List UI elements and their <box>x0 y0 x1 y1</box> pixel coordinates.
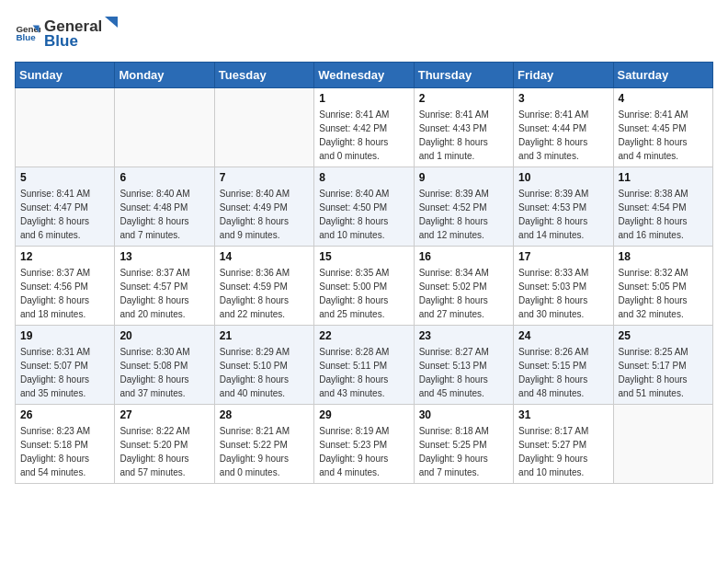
weekday-header-sunday: Sunday <box>16 63 115 88</box>
day-number: 2 <box>419 92 508 105</box>
day-info: Sunrise: 8:34 AM Sunset: 5:02 PM Dayligh… <box>419 266 508 321</box>
weekday-header-monday: Monday <box>115 63 214 88</box>
day-number: 10 <box>518 171 608 184</box>
svg-marker-3 <box>105 17 118 28</box>
calendar-cell: 10Sunrise: 8:39 AM Sunset: 4:53 PM Dayli… <box>514 167 613 247</box>
page-header: General Blue General Blue <box>15 15 713 51</box>
day-info: Sunrise: 8:17 AM Sunset: 5:27 PM Dayligh… <box>518 424 608 479</box>
calendar-week-row: 12Sunrise: 8:37 AM Sunset: 4:56 PM Dayli… <box>16 247 713 326</box>
day-info: Sunrise: 8:40 AM Sunset: 4:50 PM Dayligh… <box>319 187 408 242</box>
day-number: 23 <box>419 329 508 342</box>
calendar-cell: 11Sunrise: 8:38 AM Sunset: 4:54 PM Dayli… <box>613 167 712 247</box>
calendar-week-row: 5Sunrise: 8:41 AM Sunset: 4:47 PM Daylig… <box>16 167 713 247</box>
calendar-cell: 26Sunrise: 8:23 AM Sunset: 5:18 PM Dayli… <box>16 405 115 484</box>
day-info: Sunrise: 8:35 AM Sunset: 5:00 PM Dayligh… <box>319 266 408 321</box>
day-number: 27 <box>119 408 209 421</box>
calendar-cell <box>214 88 313 167</box>
day-number: 5 <box>20 171 109 184</box>
calendar-cell: 4Sunrise: 8:41 AM Sunset: 4:45 PM Daylig… <box>613 88 712 167</box>
day-info: Sunrise: 8:41 AM Sunset: 4:44 PM Dayligh… <box>518 108 608 163</box>
svg-text:Blue: Blue <box>16 32 36 42</box>
day-info: Sunrise: 8:39 AM Sunset: 4:52 PM Dayligh… <box>419 187 508 242</box>
calendar-cell: 2Sunrise: 8:41 AM Sunset: 4:43 PM Daylig… <box>414 88 513 167</box>
day-info: Sunrise: 8:40 AM Sunset: 4:49 PM Dayligh… <box>220 187 309 242</box>
day-info: Sunrise: 8:37 AM Sunset: 4:57 PM Dayligh… <box>119 266 209 321</box>
calendar-week-row: 1Sunrise: 8:41 AM Sunset: 4:42 PM Daylig… <box>16 88 713 167</box>
day-info: Sunrise: 8:21 AM Sunset: 5:22 PM Dayligh… <box>220 424 309 479</box>
calendar-cell <box>115 88 214 167</box>
day-number: 24 <box>518 329 608 342</box>
weekday-header-thursday: Thursday <box>414 63 513 88</box>
weekday-header-friday: Friday <box>514 63 613 88</box>
logo: General Blue General Blue <box>15 15 120 51</box>
day-info: Sunrise: 8:36 AM Sunset: 4:59 PM Dayligh… <box>220 266 309 321</box>
day-info: Sunrise: 8:25 AM Sunset: 5:17 PM Dayligh… <box>619 345 708 400</box>
calendar-cell: 15Sunrise: 8:35 AM Sunset: 5:00 PM Dayli… <box>314 247 414 326</box>
calendar-cell: 3Sunrise: 8:41 AM Sunset: 4:44 PM Daylig… <box>514 88 613 167</box>
calendar-cell: 24Sunrise: 8:26 AM Sunset: 5:15 PM Dayli… <box>514 326 613 405</box>
day-info: Sunrise: 8:41 AM Sunset: 4:42 PM Dayligh… <box>319 108 408 163</box>
day-info: Sunrise: 8:27 AM Sunset: 5:13 PM Dayligh… <box>419 345 508 400</box>
day-info: Sunrise: 8:32 AM Sunset: 5:05 PM Dayligh… <box>619 266 708 321</box>
weekday-header-wednesday: Wednesday <box>314 63 414 88</box>
day-info: Sunrise: 8:30 AM Sunset: 5:08 PM Dayligh… <box>119 345 209 400</box>
day-info: Sunrise: 8:22 AM Sunset: 5:20 PM Dayligh… <box>119 424 209 479</box>
day-number: 18 <box>619 250 708 263</box>
calendar-week-row: 19Sunrise: 8:31 AM Sunset: 5:07 PM Dayli… <box>16 326 713 405</box>
day-info: Sunrise: 8:29 AM Sunset: 5:10 PM Dayligh… <box>220 345 309 400</box>
weekday-header-saturday: Saturday <box>613 63 712 88</box>
day-number: 9 <box>419 171 508 184</box>
day-info: Sunrise: 8:39 AM Sunset: 4:53 PM Dayligh… <box>518 187 608 242</box>
day-number: 25 <box>619 329 708 342</box>
day-info: Sunrise: 8:33 AM Sunset: 5:03 PM Dayligh… <box>518 266 608 321</box>
calendar-cell <box>16 88 115 167</box>
day-info: Sunrise: 8:41 AM Sunset: 4:43 PM Dayligh… <box>419 108 508 163</box>
day-number: 11 <box>619 171 708 184</box>
day-info: Sunrise: 8:38 AM Sunset: 4:54 PM Dayligh… <box>619 187 708 242</box>
day-info: Sunrise: 8:23 AM Sunset: 5:18 PM Dayligh… <box>20 424 109 479</box>
day-number: 4 <box>619 92 708 105</box>
calendar-cell: 20Sunrise: 8:30 AM Sunset: 5:08 PM Dayli… <box>115 326 214 405</box>
calendar-cell: 31Sunrise: 8:17 AM Sunset: 5:27 PM Dayli… <box>514 405 613 484</box>
day-number: 16 <box>419 250 508 263</box>
calendar-table: SundayMondayTuesdayWednesdayThursdayFrid… <box>15 62 713 484</box>
calendar-week-row: 26Sunrise: 8:23 AM Sunset: 5:18 PM Dayli… <box>16 405 713 484</box>
weekday-header-row: SundayMondayTuesdayWednesdayThursdayFrid… <box>16 63 713 88</box>
day-number: 29 <box>319 408 408 421</box>
calendar-cell: 12Sunrise: 8:37 AM Sunset: 4:56 PM Dayli… <box>16 247 115 326</box>
day-number: 19 <box>20 329 109 342</box>
calendar-cell: 6Sunrise: 8:40 AM Sunset: 4:48 PM Daylig… <box>115 167 214 247</box>
day-number: 31 <box>518 408 608 421</box>
calendar-cell: 16Sunrise: 8:34 AM Sunset: 5:02 PM Dayli… <box>414 247 513 326</box>
calendar-cell: 22Sunrise: 8:28 AM Sunset: 5:11 PM Dayli… <box>314 326 414 405</box>
calendar-cell: 14Sunrise: 8:36 AM Sunset: 4:59 PM Dayli… <box>214 247 313 326</box>
day-number: 14 <box>220 250 309 263</box>
calendar-cell: 28Sunrise: 8:21 AM Sunset: 5:22 PM Dayli… <box>214 405 313 484</box>
day-number: 20 <box>119 329 209 342</box>
day-info: Sunrise: 8:28 AM Sunset: 5:11 PM Dayligh… <box>319 345 408 400</box>
day-info: Sunrise: 8:19 AM Sunset: 5:23 PM Dayligh… <box>319 424 408 479</box>
logo-icon: General Blue <box>15 20 40 46</box>
day-info: Sunrise: 8:37 AM Sunset: 4:56 PM Dayligh… <box>20 266 109 321</box>
day-number: 28 <box>220 408 309 421</box>
day-number: 3 <box>518 92 608 105</box>
calendar-cell: 5Sunrise: 8:41 AM Sunset: 4:47 PM Daylig… <box>16 167 115 247</box>
calendar-cell: 21Sunrise: 8:29 AM Sunset: 5:10 PM Dayli… <box>214 326 313 405</box>
day-info: Sunrise: 8:41 AM Sunset: 4:45 PM Dayligh… <box>619 108 708 163</box>
calendar-cell: 8Sunrise: 8:40 AM Sunset: 4:50 PM Daylig… <box>314 167 414 247</box>
logo-triangle-icon <box>103 15 119 31</box>
calendar-cell: 1Sunrise: 8:41 AM Sunset: 4:42 PM Daylig… <box>314 88 414 167</box>
day-info: Sunrise: 8:40 AM Sunset: 4:48 PM Dayligh… <box>119 187 209 242</box>
day-number: 30 <box>419 408 508 421</box>
day-number: 12 <box>20 250 109 263</box>
day-number: 17 <box>518 250 608 263</box>
calendar-cell <box>613 405 712 484</box>
calendar-cell: 29Sunrise: 8:19 AM Sunset: 5:23 PM Dayli… <box>314 405 414 484</box>
calendar-cell: 25Sunrise: 8:25 AM Sunset: 5:17 PM Dayli… <box>613 326 712 405</box>
calendar-cell: 27Sunrise: 8:22 AM Sunset: 5:20 PM Dayli… <box>115 405 214 484</box>
day-info: Sunrise: 8:41 AM Sunset: 4:47 PM Dayligh… <box>20 187 109 242</box>
day-number: 1 <box>319 92 408 105</box>
calendar-cell: 30Sunrise: 8:18 AM Sunset: 5:25 PM Dayli… <box>414 405 513 484</box>
calendar-cell: 18Sunrise: 8:32 AM Sunset: 5:05 PM Dayli… <box>613 247 712 326</box>
weekday-header-tuesday: Tuesday <box>214 63 313 88</box>
